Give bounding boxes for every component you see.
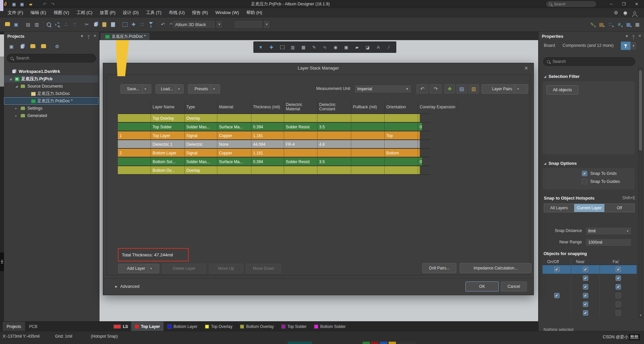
filter-button[interactable]	[621, 41, 631, 50]
snap-to-guides-row[interactable]: Snap To Guides	[582, 179, 635, 184]
save-icon[interactable]: ▣	[12, 20, 20, 29]
paste-icon[interactable]	[100, 20, 108, 29]
redo-icon[interactable]: ↷	[430, 84, 442, 94]
project-tree-item[interactable]: 足底压力.SchDoc	[4, 90, 98, 97]
layer-table-cell[interactable]: Surface Ma...	[217, 123, 251, 131]
snap-options-section[interactable]: ◢ Snap Options	[544, 161, 577, 166]
layer-table-cell[interactable]	[418, 166, 420, 174]
layer-tab[interactable]: Top Solder	[278, 322, 310, 331]
layer-table-cell[interactable]: FR-4	[284, 140, 317, 148]
grid-settings-icon[interactable]: ∷▼	[606, 20, 614, 29]
layer-table-row[interactable]: 1Top LayerSignalCopper1.181Top	[118, 131, 430, 140]
layer-table-row[interactable]: Top SolderSolder Mas...Surface Ma...0.39…	[118, 123, 430, 131]
layer-table-cell[interactable]	[118, 114, 151, 122]
near-checkbox[interactable]: ✔	[583, 302, 588, 307]
near-checkbox[interactable]: ✔	[583, 267, 588, 272]
snapping-row[interactable]: ✔ ✔ ✔	[543, 265, 637, 274]
menu-item[interactable]: 工具 (T)	[142, 8, 165, 17]
segment-option[interactable]: Current Layer	[574, 204, 604, 212]
layer-table-cell[interactable]	[118, 140, 151, 148]
layer-table-cell[interactable]	[284, 131, 317, 139]
layer-table-row[interactable]: Top OverlayOverlay	[118, 114, 430, 123]
align-icon[interactable]: ∷	[138, 20, 146, 29]
layer-sets-tab[interactable]: LS	[110, 322, 131, 331]
onoff-checkbox[interactable]: ✔	[554, 293, 560, 298]
add-layer-button[interactable]: Add Layer▼	[118, 264, 159, 273]
layer-table-cell[interactable]	[118, 157, 151, 165]
layer-sets-icon[interactable]: ▤▼	[597, 20, 605, 29]
selection-filter-section[interactable]: ◢ Selection Filter	[544, 74, 580, 79]
layer-table-cell[interactable]	[351, 166, 385, 174]
layer-table-cell[interactable]: 44.094	[251, 140, 284, 148]
near-checkbox[interactable]: ✔	[583, 293, 588, 298]
layer-table-cell[interactable]: 3.5	[317, 157, 351, 165]
layer-table-cell[interactable]: Copper	[217, 149, 251, 157]
paste-special-icon[interactable]	[109, 20, 117, 29]
project-tree-item[interactable]: ▸ Generated	[4, 112, 98, 119]
save-icon[interactable]: ▣	[11, 1, 17, 7]
layer-table-cell[interactable]: 0	[418, 157, 422, 165]
layer-table-cell[interactable]	[317, 149, 351, 157]
close-button[interactable]: ✕	[630, 0, 643, 8]
layer-table-cell[interactable]: 0.394	[251, 123, 284, 131]
layer-table-cell[interactable]: 0.394	[251, 157, 284, 165]
layer-table-cell[interactable]: Overlay	[185, 114, 217, 122]
table-header-cell[interactable]	[118, 101, 151, 113]
text-icon[interactable]: A	[373, 43, 383, 51]
collapsed-panel-tab[interactable]	[0, 252, 4, 271]
ok-button[interactable]: OK	[465, 281, 499, 292]
layer-table-row[interactable]: Bottom Sol...Solder Mas...Surface Ma...0…	[118, 157, 430, 166]
segment-option[interactable]: All Layers	[544, 204, 574, 212]
region-icon[interactable]: ▰	[352, 43, 362, 51]
move-down-button[interactable]: Move Down	[246, 264, 281, 273]
global-search-input[interactable]: Search	[546, 1, 596, 7]
layer-table-cell[interactable]: 1	[118, 131, 151, 139]
far-checkbox[interactable]: ✔	[616, 267, 621, 272]
layer-table-cell[interactable]: Copper	[217, 131, 251, 139]
user-account-icon[interactable]	[631, 9, 638, 16]
menu-item[interactable]: 视图 (V)	[50, 8, 73, 17]
undo-icon[interactable]: ↶	[159, 20, 167, 29]
table-header-cell[interactable]: Coverlay Expansion	[418, 101, 457, 113]
notifications-bell-icon[interactable]	[622, 9, 629, 16]
layer-table-cell[interactable]	[284, 166, 317, 174]
menu-item[interactable]: 帮助 (H)	[243, 8, 266, 17]
snap-menu-icon[interactable]: ∵	[71, 20, 79, 29]
project-tree-item[interactable]: ◢ 足底压力.PrjPcb	[4, 75, 98, 83]
far-checkbox[interactable]: ✔	[616, 284, 621, 290]
table-header-cell[interactable]: Orientation	[385, 101, 418, 113]
layer-table-cell[interactable]: Dielectric 1	[151, 140, 185, 148]
drill-pairs-button[interactable]: Drill Pairs...	[422, 263, 456, 273]
variant-dropdown[interactable]: ▼	[263, 20, 270, 29]
divider[interactable]	[41, 20, 44, 29]
layer-table-cell[interactable]: Solder Resist	[284, 123, 317, 131]
save-project-icon[interactable]: ▣	[7, 42, 15, 50]
tree-expand-arrow[interactable]: ▸	[15, 107, 19, 110]
project-tree-item[interactable]: ▸ Settings	[4, 105, 98, 112]
layer-table-cell[interactable]: Bottom Ov...	[151, 166, 185, 174]
board-scope-label[interactable]: Board	[544, 43, 555, 48]
menu-item[interactable]: Window (W)	[212, 8, 243, 17]
snapping-row[interactable]: ✔	[543, 309, 637, 317]
board-insight-icon[interactable]: ▦▼	[624, 20, 632, 29]
cut-icon[interactable]: ✂	[83, 20, 91, 29]
layer-table-cell[interactable]	[351, 123, 385, 131]
measurement-unit-select[interactable]: Imperial▼	[354, 85, 412, 93]
project-tree-item[interactable]: Workspace1.DsnWrk	[4, 68, 98, 75]
layer-table-cell[interactable]	[351, 149, 385, 157]
far-checkbox[interactable]	[616, 310, 621, 316]
undo-icon[interactable]: ↶	[416, 84, 428, 94]
table-header-cell[interactable]: Material	[217, 101, 251, 113]
zoom-area-icon[interactable]	[53, 20, 61, 29]
layer-table-row[interactable]: Dielectric 1DielectricNone44.094FR-44.8	[118, 140, 430, 149]
layer-table-cell[interactable]: 4.8	[317, 140, 351, 148]
layer-table-cell[interactable]	[351, 157, 385, 165]
layer-table-cell[interactable]: Bottom	[385, 149, 418, 157]
settings-gear-icon[interactable]: ⚙	[613, 9, 619, 16]
panel-menu-icon[interactable]: ▼	[80, 34, 84, 38]
minimize-button[interactable]: ─	[605, 0, 618, 8]
view-configuration-dropdown[interactable]: ▼	[216, 20, 223, 29]
zoom-document-icon[interactable]	[45, 20, 53, 29]
load-stack-button[interactable]: Load...▼	[156, 84, 184, 94]
filter-dropdown[interactable]: ▼	[631, 41, 637, 50]
